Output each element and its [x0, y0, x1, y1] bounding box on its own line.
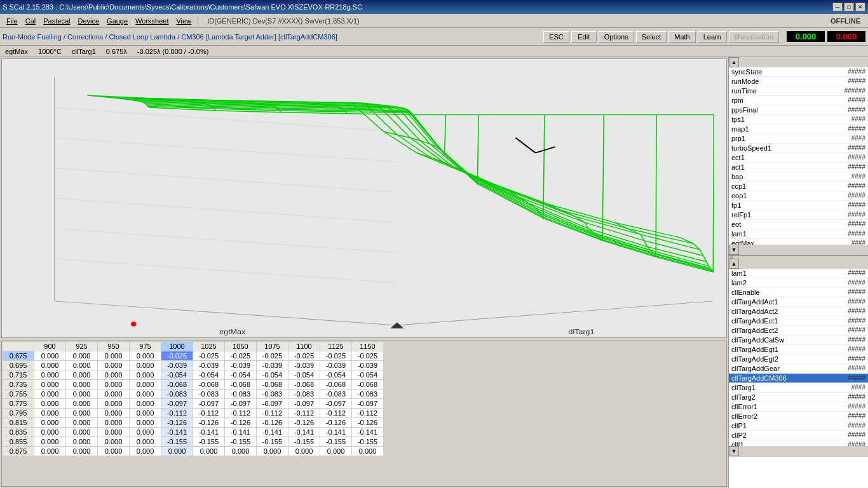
cell-3-6[interactable]: -0.068	[225, 380, 257, 390]
panel2-scroll-up[interactable]: ▲	[729, 259, 739, 269]
cell-10-0[interactable]: 0.000	[34, 447, 66, 456]
row-header-0.855[interactable]: 0.855	[3, 437, 34, 447]
cell-8-5[interactable]: -0.141	[193, 428, 225, 437]
cell-1-0[interactable]: 0.000	[34, 361, 66, 370]
table-header-1075[interactable]: 1075	[257, 342, 288, 351]
panel-item-cllTargAddAct1[interactable]: cllTargAddAct1#####	[729, 297, 868, 307]
cell-8-9[interactable]: -0.141	[320, 428, 352, 437]
cell-7-8[interactable]: -0.126	[288, 418, 320, 428]
cell-5-2[interactable]: 0.000	[98, 399, 130, 409]
cell-9-1[interactable]: 0.000	[66, 437, 98, 447]
cell-7-9[interactable]: -0.126	[320, 418, 352, 428]
panel-item-cllTargAddCalSw[interactable]: cllTargAddCalSw#####	[729, 336, 868, 345]
menu-gauge[interactable]: Gauge	[103, 16, 132, 26]
cell-10-10[interactable]: 0.000	[352, 447, 384, 456]
cell-1-7[interactable]: -0.039	[257, 361, 288, 370]
cell-8-10[interactable]: -0.141	[352, 428, 384, 437]
panel-item-rpm[interactable]: rpm#####	[729, 96, 868, 105]
table-header-950[interactable]: 950	[98, 342, 130, 351]
panel-item-relFp1[interactable]: relFp1#####	[729, 210, 868, 220]
cell-5-0[interactable]: 0.000	[34, 399, 66, 409]
cell-2-1[interactable]: 0.000	[66, 370, 98, 380]
cell-8-2[interactable]: 0.000	[98, 428, 130, 437]
cell-3-1[interactable]: 0.000	[66, 380, 98, 390]
cell-2-4[interactable]: -0.054	[161, 370, 193, 380]
panel-item-runTime[interactable]: runTime######	[729, 86, 868, 96]
panel-item-cllP2[interactable]: cllP2#####	[729, 431, 868, 440]
panel-list-1[interactable]: syncState#####runMode#####runTime######r…	[729, 67, 868, 245]
cell-5-1[interactable]: 0.000	[66, 399, 98, 409]
learn-button[interactable]: Learn	[698, 31, 727, 43]
table-header-1125[interactable]: 1125	[320, 342, 352, 351]
cell-4-7[interactable]: -0.083	[257, 390, 288, 399]
cell-7-2[interactable]: 0.000	[98, 418, 130, 428]
cell-7-3[interactable]: 0.000	[130, 418, 161, 428]
cell-3-4[interactable]: -0.068	[161, 380, 193, 390]
table-header-1000[interactable]: 1000	[161, 342, 193, 351]
cell-9-4[interactable]: -0.155	[161, 437, 193, 447]
cell-7-7[interactable]: -0.126	[257, 418, 288, 428]
cell-4-8[interactable]: -0.083	[288, 390, 320, 399]
row-header-0.675[interactable]: 0.675	[3, 351, 34, 361]
cell-2-8[interactable]: -0.054	[288, 370, 320, 380]
panel-item-eop1[interactable]: eop1#####	[729, 191, 868, 201]
cell-2-6[interactable]: -0.054	[225, 370, 257, 380]
row-header-0.815[interactable]: 0.815	[3, 418, 34, 428]
cell-0-8[interactable]: -0.025	[288, 351, 320, 361]
cell-0-1[interactable]: 0.000	[66, 351, 98, 361]
cell-6-8[interactable]: -0.112	[288, 409, 320, 418]
cell-5-5[interactable]: -0.097	[193, 399, 225, 409]
cell-1-2[interactable]: 0.000	[98, 361, 130, 370]
panel-item-cllTargAddEct1[interactable]: cllTargAddEct1#####	[729, 316, 868, 326]
cell-0-0[interactable]: 0.000	[34, 351, 66, 361]
cell-5-6[interactable]: -0.097	[225, 399, 257, 409]
panel-item-cllError2[interactable]: cllError2#####	[729, 412, 868, 421]
cell-3-2[interactable]: 0.000	[98, 380, 130, 390]
cell-6-1[interactable]: 0.000	[66, 409, 98, 418]
close-button[interactable]: ✕	[855, 3, 865, 11]
cell-9-6[interactable]: -0.155	[225, 437, 257, 447]
cell-5-10[interactable]: -0.097	[352, 399, 384, 409]
cell-0-4[interactable]: -0.025	[161, 351, 193, 361]
cell-5-8[interactable]: -0.097	[288, 399, 320, 409]
cell-9-10[interactable]: -0.155	[352, 437, 384, 447]
row-header-0.755[interactable]: 0.755	[3, 390, 34, 399]
row-header-0.875[interactable]: 0.875	[3, 447, 34, 456]
cell-6-5[interactable]: -0.112	[193, 409, 225, 418]
3d-chart[interactable]: CM306 [Lambda Target Adder] [cllTargAd -…	[1, 58, 727, 338]
options-button[interactable]: Options	[599, 31, 634, 43]
cell-8-6[interactable]: -0.141	[225, 428, 257, 437]
cell-10-6[interactable]: 0.000	[225, 447, 257, 456]
cell-9-2[interactable]: 0.000	[98, 437, 130, 447]
row-header-0.795[interactable]: 0.795	[3, 409, 34, 418]
cell-4-5[interactable]: -0.083	[193, 390, 225, 399]
panel-item-ect1[interactable]: ect1#####	[729, 153, 868, 163]
cell-2-0[interactable]: 0.000	[34, 370, 66, 380]
panel1-scroll-down[interactable]: ▼	[729, 245, 739, 255]
panel1-scroll-up[interactable]: ▲	[729, 57, 739, 67]
math-button[interactable]: Math	[668, 31, 695, 43]
table-header-1025[interactable]: 1025	[193, 342, 225, 351]
cell-6-6[interactable]: -0.112	[225, 409, 257, 418]
cell-10-4[interactable]: 0.000	[161, 447, 193, 456]
cell-3-8[interactable]: -0.068	[288, 380, 320, 390]
cell-7-1[interactable]: 0.000	[66, 418, 98, 428]
cell-6-9[interactable]: -0.112	[320, 409, 352, 418]
panel-item-cllP1[interactable]: cllP1#####	[729, 421, 868, 431]
panel-item-ppsFinal[interactable]: ppsFinal#####	[729, 105, 868, 115]
cell-1-9[interactable]: -0.039	[320, 361, 352, 370]
cell-0-7[interactable]: -0.025	[257, 351, 288, 361]
cell-9-8[interactable]: -0.155	[288, 437, 320, 447]
cell-4-4[interactable]: -0.083	[161, 390, 193, 399]
menu-worksheet[interactable]: Worksheet	[132, 16, 172, 26]
cell-9-5[interactable]: -0.155	[193, 437, 225, 447]
panel-item-cllError1[interactable]: cllError1#####	[729, 402, 868, 412]
linearisation-button[interactable]: lINearisation	[729, 31, 779, 43]
cell-6-4[interactable]: -0.112	[161, 409, 193, 418]
panel-item-fp1[interactable]: fp1#####	[729, 201, 868, 210]
cell-4-1[interactable]: 0.000	[66, 390, 98, 399]
cell-3-9[interactable]: -0.068	[320, 380, 352, 390]
cell-6-0[interactable]: 0.000	[34, 409, 66, 418]
panel-item-ccp1[interactable]: ccp1#####	[729, 182, 868, 191]
cell-9-0[interactable]: 0.000	[34, 437, 66, 447]
